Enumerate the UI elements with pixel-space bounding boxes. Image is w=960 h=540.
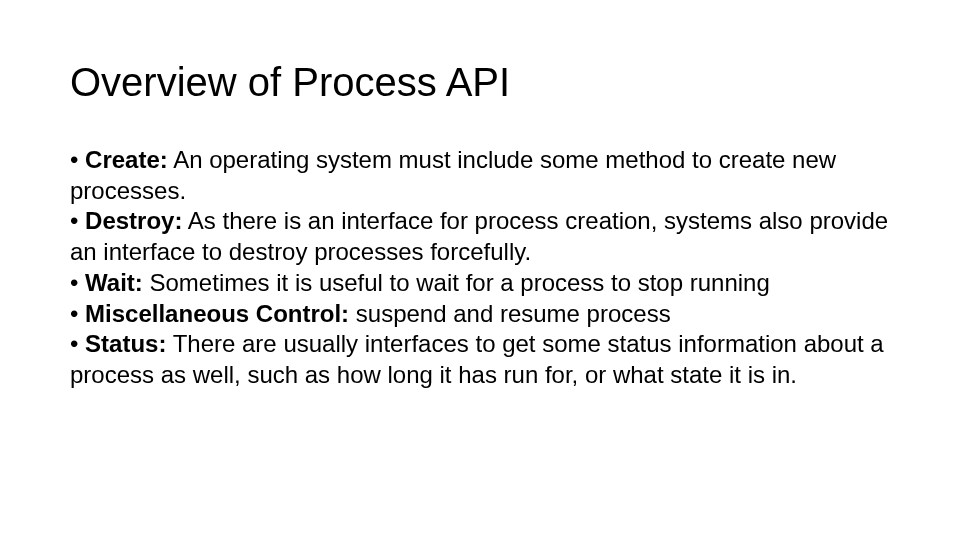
- bullet-icon: •: [70, 300, 85, 327]
- item-text: An operating system must include some me…: [70, 146, 836, 204]
- list-item: • Create: An operating system must inclu…: [70, 145, 890, 206]
- item-term: Destroy:: [85, 207, 182, 234]
- slide-title: Overview of Process API: [70, 60, 890, 105]
- item-text: suspend and resume process: [349, 300, 671, 327]
- item-term: Wait:: [85, 269, 143, 296]
- item-term: Status:: [85, 330, 166, 357]
- slide: Overview of Process API • Create: An ope…: [0, 0, 960, 540]
- item-text: Sometimes it is useful to wait for a pro…: [143, 269, 770, 296]
- bullet-icon: •: [70, 330, 85, 357]
- list-item: • Wait: Sometimes it is useful to wait f…: [70, 268, 890, 299]
- item-term: Miscellaneous Control:: [85, 300, 349, 327]
- bullet-icon: •: [70, 207, 85, 234]
- item-text: As there is an interface for process cre…: [70, 207, 888, 265]
- item-text: There are usually interfaces to get some…: [70, 330, 884, 388]
- bullet-icon: •: [70, 269, 85, 296]
- bullet-icon: •: [70, 146, 85, 173]
- list-item: • Status: There are usually interfaces t…: [70, 329, 890, 390]
- list-item: • Destroy: As there is an interface for …: [70, 206, 890, 267]
- slide-body: • Create: An operating system must inclu…: [70, 145, 890, 391]
- item-term: Create:: [85, 146, 168, 173]
- list-item: • Miscellaneous Control: suspend and res…: [70, 299, 890, 330]
